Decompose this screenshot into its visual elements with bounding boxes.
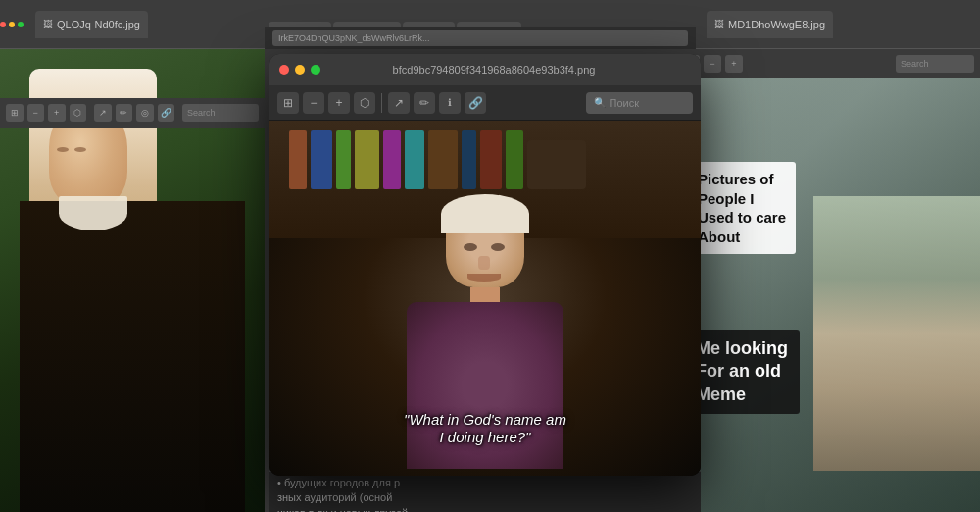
right-tab-label: MD1DhoWwgE8.jpg xyxy=(728,19,825,30)
video-person xyxy=(387,199,583,444)
bottom-text-line3: чиков в вк и новых друзей xyxy=(277,506,693,512)
file-icon: 🖼 xyxy=(43,19,53,29)
window-close-button[interactable] xyxy=(279,65,289,75)
url-bar-container: IrkE7O4DhQU3pNK_dsWwRlv6LrRk... xyxy=(265,27,696,49)
subtitle-line2: I doing here?" xyxy=(440,429,531,445)
left-window-tab[interactable]: 🖼 QLOJq-Nd0fc.jpg xyxy=(35,11,148,38)
meme-figure-area xyxy=(813,196,980,471)
url-text: IrkE7O4DhQU3pNK_dsWwRlv6LrRk... xyxy=(278,33,430,43)
toolbar-icon-3[interactable]: + xyxy=(48,104,66,122)
meme-text1-line3: Used to care xyxy=(698,208,786,228)
toolbar-info-btn[interactable]: ℹ xyxy=(439,92,461,114)
toolbar-icon-1[interactable]: ⊞ xyxy=(6,104,24,122)
person-head xyxy=(446,199,524,287)
window-maximize-button[interactable] xyxy=(311,65,320,75)
rtoolbar-2[interactable]: − xyxy=(704,55,721,73)
meme-text-box-1: Pictures of People I Used to care About xyxy=(688,162,796,254)
portrait-image: ⊞ − + ⬡ ↗ ✏ ◎ 🔗 Search xyxy=(0,49,265,512)
search-placeholder: Поиск xyxy=(610,97,639,109)
bottom-text-area: • будущих городов для р зных аудиторий (… xyxy=(270,471,701,512)
toolbar-zoom-out-btn[interactable]: − xyxy=(303,92,324,114)
person-eye-left xyxy=(464,243,477,251)
book-9 xyxy=(480,130,502,189)
bottom-text-line2: зных аудиторий (осной xyxy=(277,490,693,505)
search-bar-left[interactable]: Search xyxy=(182,104,259,122)
left-tab-label: QLOJq-Nd0fc.jpg xyxy=(57,19,140,30)
main-window-titlebar: bfcd9bc794809f341968a8604e93b3f4.png xyxy=(270,54,701,85)
book-5 xyxy=(383,130,401,189)
book-1 xyxy=(289,130,307,189)
book-3 xyxy=(336,130,351,189)
book-4 xyxy=(355,130,379,189)
rtoolbar-3[interactable]: + xyxy=(725,55,743,73)
book-6 xyxy=(405,130,424,189)
person-mouth xyxy=(467,274,501,282)
search-icon: 🔍 xyxy=(594,97,606,108)
toolbar-edit-btn[interactable]: ✏ xyxy=(414,92,435,114)
right-window-bar: 🖼 MD1DhoWwgE8.jpg xyxy=(671,0,980,49)
toolbar-grid-btn[interactable]: ⊞ xyxy=(277,92,299,114)
toolbar-share-btn[interactable]: ↗ xyxy=(388,92,410,114)
book-7 xyxy=(428,130,458,189)
meme-text1-line4: About xyxy=(698,228,786,247)
portrait-robe xyxy=(20,201,245,512)
meme-text2-line1: Me looking xyxy=(696,337,788,360)
toolbar-icon-8[interactable]: 🔗 xyxy=(158,104,175,122)
toolbar-icon-6[interactable]: ✏ xyxy=(116,104,133,122)
toolbar-icon-4[interactable]: ⬡ xyxy=(70,104,87,122)
main-window-title: bfcd9bc794809f341968a8604e93b3f4.png xyxy=(326,64,662,76)
toolbar-divider xyxy=(381,93,382,113)
minimize-dot-left xyxy=(9,22,15,27)
close-dot-left xyxy=(0,22,6,27)
url-bar[interactable]: IrkE7O4DhQU3pNK_dsWwRlv6LrRk... xyxy=(272,30,688,46)
meme-text-box-2: Me looking For an old Meme xyxy=(684,330,800,414)
portrait-eye-left xyxy=(57,147,69,152)
book-2 xyxy=(311,130,332,189)
expand-dot-left xyxy=(18,22,24,27)
portrait-collar xyxy=(59,196,127,230)
person-hair xyxy=(441,194,529,233)
left-window-toolbar: ⊞ − + ⬡ ↗ ✏ ◎ 🔗 Search xyxy=(0,98,265,128)
book-10 xyxy=(506,130,523,189)
window-minimize-button[interactable] xyxy=(295,65,305,75)
meme-image: ⊞ − + Search Pictures of People I Used t… xyxy=(676,49,980,512)
right-window-toolbar: ⊞ − + Search xyxy=(676,49,980,78)
search-bar-right[interactable]: Search xyxy=(896,55,974,73)
main-window-content: "What in God's name am I doing here?" xyxy=(270,121,701,476)
portrait-eye-right xyxy=(74,147,86,152)
person-nose xyxy=(478,256,490,270)
file-icon-right: 🖼 xyxy=(714,19,724,29)
meme-text2-line3: Meme xyxy=(696,384,788,406)
toolbar-icon-5[interactable]: ↗ xyxy=(94,104,112,122)
toolbar-icon-2[interactable]: − xyxy=(27,104,45,122)
toolbar-fit-btn[interactable]: ⬡ xyxy=(354,92,375,114)
right-window-tab[interactable]: 🖼 MD1DhoWwgE8.jpg xyxy=(707,11,833,38)
main-window: bfcd9bc794809f341968a8604e93b3f4.png ⊞ −… xyxy=(270,54,701,476)
meme-text1-line1: Pictures of xyxy=(698,170,786,189)
person-eye-right xyxy=(491,243,505,251)
meme-figure-body xyxy=(813,196,980,471)
toolbar-lock-btn[interactable]: 🔗 xyxy=(465,92,486,114)
book-8 xyxy=(462,130,476,189)
toolbar-zoom-in-btn[interactable]: + xyxy=(328,92,350,114)
video-subtitle: "What in God's name am I doing here?" xyxy=(404,411,566,446)
meme-text1-line2: People I xyxy=(698,189,786,209)
bottom-text-line1: • будущих городов для р xyxy=(277,476,693,490)
bowl-object xyxy=(527,140,586,189)
left-window-bar: 🖼 QLOJq-Nd0fc.jpg xyxy=(0,0,265,49)
toolbar-search[interactable]: 🔍 Поиск xyxy=(586,92,694,114)
subtitle-line1: "What in God's name am xyxy=(404,411,566,428)
toolbar-icon-7[interactable]: ◎ xyxy=(136,104,154,122)
meme-text2-line2: For an old xyxy=(696,360,788,383)
main-window-toolbar: ⊞ − + ⬡ ↗ ✏ ℹ 🔗 🔍 Поиск xyxy=(270,85,701,121)
